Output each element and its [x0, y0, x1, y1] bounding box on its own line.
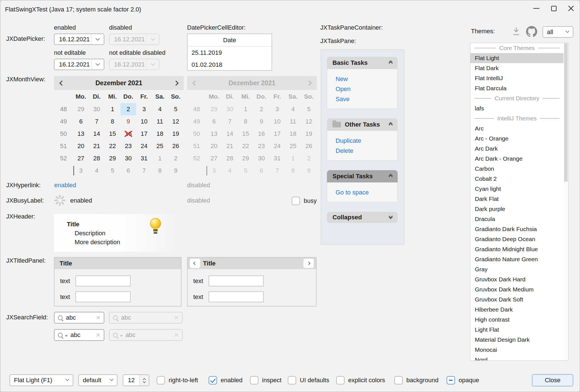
search-input[interactable]: abc: [70, 331, 93, 339]
calendar-day[interactable]: 4: [152, 103, 168, 115]
close-window-button[interactable]: [562, 0, 580, 16]
theme-item[interactable]: Material Design Dark: [470, 335, 564, 345]
datepicker-enabled[interactable]: 16.12.2021: [54, 34, 104, 45]
calendar-day[interactable]: 9: [121, 115, 136, 128]
calendar-day[interactable]: 8: [152, 165, 168, 177]
theme-item[interactable]: Monocai: [470, 345, 564, 355]
theme-item[interactable]: Light Flat: [470, 325, 564, 335]
theme-item[interactable]: lafs: [470, 103, 564, 113]
calendar-day[interactable]: 28: [89, 152, 105, 165]
prev-button[interactable]: [190, 259, 200, 268]
scrollbar[interactable]: [564, 43, 568, 360]
calendar-day[interactable]: 13: [73, 128, 89, 140]
search-menu-icon[interactable]: [58, 333, 63, 338]
theme-item[interactable]: Arc - Orange: [470, 134, 564, 144]
spinner-value[interactable]: 12: [123, 375, 139, 386]
theme-item[interactable]: Gradianto Deep Ocean: [470, 234, 564, 244]
task-link[interactable]: Go to space: [336, 187, 397, 198]
theme-item[interactable]: Nord: [470, 355, 564, 361]
theme-item[interactable]: Hiberbee Dark: [470, 305, 564, 315]
calendar-day[interactable]: 27: [73, 152, 89, 165]
collapse-icon[interactable]: [389, 61, 392, 65]
calendar-day[interactable]: 2: [168, 152, 184, 165]
theme-item[interactable]: Arc Dark - Orange: [470, 154, 564, 164]
minimize-button[interactable]: [528, 0, 545, 16]
theme-item[interactable]: Flat Light: [470, 53, 564, 63]
theme-item[interactable]: Gradianto Nature Green: [470, 254, 564, 264]
calendar-day[interactable]: 8: [105, 115, 121, 128]
theme-item[interactable]: Cobalt 2: [470, 174, 564, 184]
themes-list[interactable]: Core ThemesFlat LightFlat DarkFlat Intel…: [470, 43, 569, 361]
calendar-day[interactable]: 14: [89, 128, 105, 140]
theme-item[interactable]: High contrast: [470, 315, 564, 325]
theme-item[interactable]: Gruvbox Dark Soft: [470, 294, 564, 305]
taskpane-header[interactable]: Other Tasks: [327, 118, 398, 131]
calendar-day[interactable]: 21: [89, 140, 105, 152]
calendar-day[interactable]: 29: [105, 152, 121, 165]
taskpane-header[interactable]: Basic Tasks: [327, 57, 398, 69]
taskpane-header[interactable]: Collapsed: [327, 212, 398, 223]
task-link[interactable]: Open: [336, 84, 397, 94]
datepicker-not-editable[interactable]: 16.12.2021: [54, 59, 104, 70]
calendar-day[interactable]: 31: [136, 152, 152, 165]
calendar-day[interactable]: 29: [73, 103, 89, 115]
task-link[interactable]: Duplicate: [336, 136, 397, 146]
task-link[interactable]: Save: [336, 94, 397, 104]
theme-item[interactable]: Gruvbox Dark Medium: [470, 284, 564, 294]
theme-item[interactable]: Gradianto Dark Fuchsia: [470, 224, 564, 234]
table-row[interactable]: 25.11.2019: [188, 47, 272, 59]
theme-item[interactable]: Cyan light: [470, 184, 564, 194]
checkbox-busy[interactable]: busy: [292, 196, 317, 206]
calendar-day[interactable]: 19: [168, 128, 184, 140]
calendar-day[interactable]: 6: [73, 115, 89, 128]
theme-item[interactable]: Gruvbox Dark Hard: [470, 274, 564, 284]
maximize-button[interactable]: [545, 0, 562, 16]
theme-item[interactable]: Gradianto Midnight Blue: [470, 244, 564, 254]
calendar-day[interactable]: 26: [168, 140, 184, 152]
checkbox-right-to-left[interactable]: right-to-left: [157, 375, 198, 385]
calendar-day[interactable]: 24: [136, 140, 152, 152]
datepicker-dropdown-button[interactable]: [91, 59, 104, 70]
calendar-day[interactable]: 15: [105, 128, 121, 140]
text-field[interactable]: [76, 275, 131, 286]
prev-month-button[interactable]: [54, 81, 70, 85]
calendar-day[interactable]: 12: [168, 115, 184, 128]
calendar-day[interactable]: 7: [136, 165, 152, 177]
calendar-day[interactable]: 3: [136, 103, 152, 115]
download-icon[interactable]: [511, 27, 521, 37]
theme-item[interactable]: Arc: [470, 123, 564, 134]
calendar-day[interactable]: 6: [121, 165, 136, 177]
theme-item[interactable]: Dark Flat: [470, 194, 564, 204]
calendar-day[interactable]: 1: [152, 152, 168, 165]
calendar-day[interactable]: 30: [89, 103, 105, 115]
taskpane-header[interactable]: Special Tasks: [327, 170, 398, 182]
task-link[interactable]: Delete: [336, 146, 397, 156]
spinner-buttons[interactable]: [139, 375, 149, 386]
search-field[interactable]: abc ×: [54, 312, 104, 324]
text-field[interactable]: [209, 291, 264, 302]
calendar-day[interactable]: 22: [105, 140, 121, 152]
expand-icon[interactable]: [389, 215, 392, 219]
search-field-with-menu[interactable]: abc ×: [54, 329, 104, 341]
github-icon[interactable]: [526, 26, 537, 37]
calendar-day[interactable]: 10: [136, 115, 152, 128]
laf-combo[interactable]: Flat Light (F1): [10, 374, 73, 386]
next-button[interactable]: [303, 259, 314, 268]
checkbox-explicit-colors[interactable]: explicit colors: [336, 375, 385, 385]
calendar-day[interactable]: 18: [152, 128, 168, 140]
calendar-day[interactable]: 5: [168, 103, 184, 115]
text-field[interactable]: [209, 275, 264, 286]
calendar-day[interactable]: 9: [168, 165, 184, 177]
calendar-day[interactable]: 1: [105, 103, 121, 115]
calendar-day[interactable]: 5: [105, 165, 121, 177]
theme-item[interactable]: Dark purple: [470, 204, 564, 214]
collapse-icon[interactable]: [389, 174, 392, 178]
theme-item[interactable]: Flat IntelliJ: [470, 73, 564, 83]
calendar-day[interactable]: 20: [73, 140, 89, 152]
date-table[interactable]: Date 25.11.201901.02.2018: [187, 34, 272, 71]
calendar-day[interactable]: 25: [152, 140, 168, 152]
theme-filter-combo[interactable]: all: [543, 26, 573, 38]
calendar-day[interactable]: 4: [89, 165, 105, 177]
theme-item[interactable]: Flat Dark: [470, 63, 564, 73]
hyperlink-enabled[interactable]: enabled: [54, 182, 76, 189]
